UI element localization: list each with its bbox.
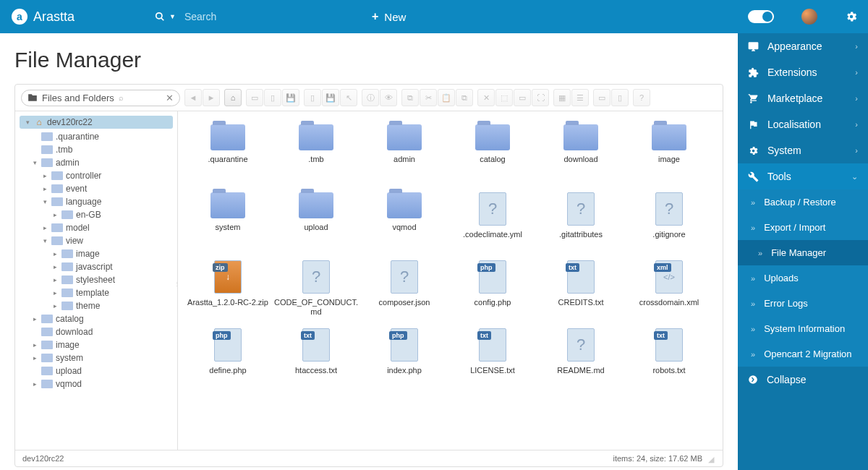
menu-item-system[interactable]: System›	[738, 137, 868, 163]
file-item[interactable]: ?.gitignore	[625, 188, 713, 253]
delete-button[interactable]: ✕	[477, 89, 495, 106]
sort-button[interactable]: ▭	[593, 89, 610, 106]
avatar[interactable]	[801, 9, 817, 25]
caret-down-icon[interactable]: ▼	[169, 13, 176, 20]
submenu-item[interactable]: »Backup / Restore	[738, 189, 868, 215]
tree-item[interactable]: ▸event	[15, 182, 177, 195]
tree-item[interactable]: ▸controller	[15, 169, 177, 182]
tree-toggle-icon[interactable]: ▸	[41, 185, 48, 192]
cut-button[interactable]: ✂	[420, 89, 437, 106]
new-button[interactable]: + New	[360, 10, 417, 23]
tree-root[interactable]: ▾ ⌂ dev120rc22	[20, 116, 173, 129]
folder-item[interactable]: .quarantine	[184, 120, 272, 185]
path-box[interactable]: Files and Folders ⌕ ✕	[21, 90, 180, 106]
submenu-item[interactable]: »System Information	[738, 316, 868, 341]
file-item[interactable]: ?.codeclimate.yml	[448, 188, 537, 253]
tree-toggle-icon[interactable]: ▸	[41, 172, 48, 179]
menu-item-appearance[interactable]: Appearance›	[738, 33, 868, 59]
places-button[interactable]: ▯	[611, 89, 629, 106]
gear-icon[interactable]	[845, 10, 858, 23]
fm-files[interactable]: .quarantine.tmbadmincatalogdownloadimage…	[178, 111, 723, 450]
tree-toggle-icon[interactable]: ▸	[31, 341, 38, 349]
submenu-item[interactable]: »Export / Import	[738, 215, 868, 240]
tree-item[interactable]: ▾admin	[15, 156, 177, 169]
brand[interactable]: a Arastta	[0, 9, 143, 25]
tree-toggle-icon[interactable]: ▸	[51, 211, 59, 218]
file-item[interactable]: ?CODE_OF_CONDUCT.md	[272, 256, 360, 321]
tree-item[interactable]: ▸javascript	[15, 260, 177, 273]
folder-item[interactable]: system	[184, 188, 272, 253]
menu-item-tools[interactable]: Tools⌄	[738, 163, 868, 189]
tree-toggle-icon[interactable]: ▸	[31, 315, 38, 322]
file-item[interactable]: phpdefine.php	[184, 324, 272, 389]
tree-item[interactable]: ▸en-GB	[15, 208, 177, 221]
resize-handle[interactable]: ⋮	[174, 281, 177, 295]
folder-item[interactable]: image	[625, 120, 713, 185]
select-button[interactable]: ↖	[340, 89, 357, 106]
open-button[interactable]: ▯	[304, 89, 321, 106]
duplicate-button[interactable]: ⧉	[456, 89, 473, 106]
tree-toggle-icon[interactable]: ▸	[41, 224, 48, 231]
select-all-button[interactable]: ⬚	[495, 89, 513, 106]
tree-item[interactable]: ▸system	[15, 351, 177, 364]
tree-item[interactable]: upload	[15, 364, 177, 377]
search-icon[interactable]: ▼	[155, 12, 176, 22]
file-item[interactable]: xml</>crossdomain.xml	[625, 256, 713, 321]
menu-item-extensions[interactable]: Extensions›	[738, 59, 868, 85]
view-list-button[interactable]: ☰	[571, 89, 589, 106]
forward-button[interactable]: ►	[203, 89, 220, 106]
resize-corner-icon[interactable]: ◢	[708, 455, 715, 462]
file-item[interactable]: ?README.md	[537, 324, 625, 389]
info-button[interactable]: ⓘ	[362, 89, 379, 106]
view-icons-button[interactable]: ▦	[553, 89, 571, 106]
tree-item[interactable]: ▸catalog	[15, 312, 177, 325]
submenu-item[interactable]: »Uploads	[738, 265, 868, 291]
tree-toggle-icon[interactable]: ▾	[41, 198, 48, 205]
tree-item[interactable]: ▸model	[15, 221, 177, 234]
menu-item-localisation[interactable]: Localisation›	[738, 111, 868, 137]
file-item[interactable]: phpconfig.php	[448, 256, 537, 321]
tree-item[interactable]: .quarantine	[15, 130, 177, 143]
tree-toggle-icon[interactable]: ▸	[31, 354, 38, 362]
tree-toggle-icon[interactable]: ▸	[51, 263, 59, 270]
file-item[interactable]: phpindex.php	[360, 324, 448, 389]
file-item[interactable]: txtLICENSE.txt	[448, 324, 537, 389]
collapse-icon[interactable]: ▾	[24, 119, 31, 126]
upload-button[interactable]: 💾	[282, 89, 299, 106]
tree-toggle-icon[interactable]: ▸	[51, 276, 59, 283]
folder-item[interactable]: download	[537, 120, 625, 185]
copy-button[interactable]: ⧉	[401, 89, 419, 106]
tree-toggle-icon[interactable]: ▸	[51, 289, 59, 296]
home-button[interactable]: ⌂	[224, 89, 242, 106]
extract-button[interactable]: ▭	[514, 89, 531, 106]
search-input[interactable]	[184, 11, 315, 22]
tree-item[interactable]: ▾language	[15, 195, 177, 208]
folder-item[interactable]: .tmb	[272, 120, 360, 185]
collapse-button[interactable]: Collapse	[738, 367, 868, 393]
file-item[interactable]: zip↓Arastta_1.2.0-RC-2.zip	[184, 256, 272, 321]
folder-item[interactable]: admin	[360, 120, 448, 185]
paste-button[interactable]: 📋	[438, 89, 455, 106]
tree-toggle-icon[interactable]: ▾	[41, 237, 48, 244]
tree-item[interactable]: ▸template	[15, 286, 177, 299]
folder-item[interactable]: upload	[272, 188, 360, 253]
folder-item[interactable]: catalog	[448, 120, 537, 185]
file-item[interactable]: txtrobots.txt	[625, 324, 713, 389]
help-button[interactable]: ?	[633, 89, 650, 106]
submenu-item[interactable]: »Error Logs	[738, 291, 868, 316]
tree-item[interactable]: ▾view	[15, 234, 177, 247]
submenu-item[interactable]: »Opencart 2 Migration	[738, 341, 868, 367]
tree-item[interactable]: ▸image	[15, 338, 177, 351]
submenu-item[interactable]: »File Manager	[738, 240, 868, 265]
new-folder-button[interactable]: ▭	[246, 89, 263, 106]
tree-toggle-icon[interactable]: ▸	[31, 380, 38, 388]
tree-toggle-icon[interactable]: ▸	[51, 250, 59, 257]
tree-item[interactable]: ▸theme	[15, 299, 177, 312]
tree-item[interactable]: ▸image	[15, 247, 177, 260]
tree-toggle-icon[interactable]: ▾	[31, 159, 38, 166]
tree-item[interactable]: download	[15, 325, 177, 338]
new-file-button[interactable]: ▯	[264, 89, 281, 106]
tree-toggle-icon[interactable]: ▸	[51, 302, 59, 309]
clear-path-icon[interactable]: ✕	[166, 93, 174, 103]
file-item[interactable]: txthtaccess.txt	[272, 324, 360, 389]
